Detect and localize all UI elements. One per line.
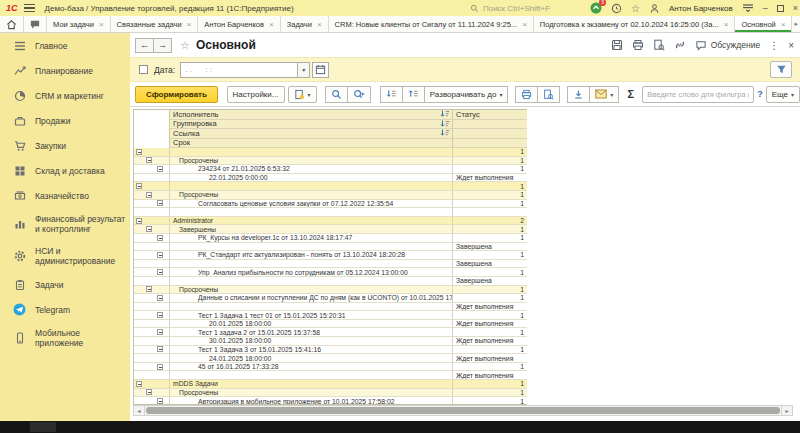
count-cell[interactable]: 1	[453, 363, 527, 372]
status-cell[interactable]: Ждет выполнения	[453, 337, 527, 346]
count-cell[interactable]: 1	[453, 286, 527, 295]
table-row[interactable]: Просрочены1	[134, 286, 527, 295]
help-button[interactable]: ?	[757, 89, 763, 99]
sidebar-item-main[interactable]: Главное	[0, 33, 130, 58]
tab-close-icon[interactable]: ×	[99, 20, 104, 29]
table-row[interactable]: Упр_Анализ прибыльности по сотрудникам о…	[134, 268, 527, 277]
count-cell[interactable]: 1	[453, 234, 527, 243]
tab-my-tasks[interactable]: Мои задачи×	[47, 16, 111, 32]
taskbar-app-icon[interactable]	[30, 422, 56, 432]
sort-icon[interactable]	[440, 110, 450, 118]
count-cell[interactable]: 1	[453, 346, 527, 355]
collapse-icon[interactable]	[136, 218, 142, 224]
row-text-cell[interactable]: 24.01.2025 18:00:00	[170, 354, 453, 363]
close-report-icon[interactable]: ×	[788, 40, 794, 51]
save-result-button[interactable]	[567, 86, 590, 103]
collapse-icon[interactable]	[157, 312, 163, 318]
row-text-cell[interactable]: Просрочены	[170, 389, 453, 398]
service-menu-icon[interactable]	[742, 3, 754, 13]
count-cell[interactable]: 1	[453, 294, 527, 303]
table-row[interactable]: РК_Курсы на developer.1с от 13.10.2024 1…	[134, 234, 527, 243]
restore-button[interactable]	[777, 5, 784, 12]
os-taskbar[interactable]	[0, 421, 800, 433]
table-row[interactable]: 20.01.2025 18:00:00Ждет выполнения	[134, 320, 527, 329]
collapse-icon[interactable]	[146, 157, 152, 163]
table-row[interactable]: 1	[134, 148, 527, 157]
row-text-cell[interactable]	[170, 148, 453, 157]
table-row[interactable]: Ждет выполнения	[134, 303, 527, 312]
row-text-cell[interactable]	[170, 277, 453, 286]
tab-close-icon[interactable]: ×	[317, 20, 322, 29]
collapse-icon[interactable]	[157, 166, 163, 172]
collapse-icon[interactable]	[157, 346, 163, 352]
count-cell[interactable]: 1	[453, 389, 527, 398]
collapse-icon[interactable]	[136, 381, 142, 387]
scroll-right-icon[interactable]: ▸	[781, 406, 792, 415]
link-icon[interactable]	[674, 39, 686, 51]
quick-filter-input[interactable]	[642, 86, 754, 103]
tab-tasks[interactable]: Задачи×	[281, 16, 329, 32]
status-cell[interactable]: Ждет выполнения	[453, 371, 527, 380]
tab-close-icon[interactable]: ×	[781, 20, 786, 29]
sidebar-item-planning[interactable]: Планирование	[0, 58, 130, 83]
column-header-grouping[interactable]: Группировка	[170, 120, 453, 130]
table-row[interactable]: Данные о списании и поступлении ДС по дн…	[134, 294, 527, 303]
table-row[interactable]: 24.01.2025 18:00:00Ждет выполнения	[134, 354, 527, 363]
scroll-left-icon[interactable]: ◂	[134, 406, 145, 415]
row-text-cell[interactable]: 22.01.2025 0:00:00	[170, 174, 453, 183]
row-text-cell[interactable]: РК_Курсы на developer.1с от 13.10.2024 1…	[170, 234, 453, 243]
scrollbar-thumb[interactable]	[146, 407, 780, 414]
count-cell[interactable]: 1	[453, 268, 527, 277]
row-text-cell[interactable]	[170, 371, 453, 380]
back-button[interactable]: ←	[135, 38, 154, 53]
report-grid[interactable]: Исполнитель Группировка Ссылка Срок Стат…	[133, 109, 527, 405]
tab-exam-preparation[interactable]: Подготовка к экзамену от 02.10.2024 16:2…	[534, 16, 736, 32]
tab-close-icon[interactable]: ×	[724, 20, 729, 29]
row-text-cell[interactable]	[170, 243, 453, 252]
status-cell[interactable]: Завершена	[453, 243, 527, 252]
collapse-icon[interactable]	[136, 183, 142, 189]
collapse-icon[interactable]	[157, 269, 163, 275]
user-icon[interactable]	[649, 3, 660, 14]
date-checkbox[interactable]	[139, 65, 148, 74]
date-dropdown-button[interactable]: ▾	[297, 62, 310, 78]
expand-to-button[interactable]: Разворачивать до▾	[424, 86, 509, 103]
row-text-cell[interactable]: Авторизация в мобильное приложение от 10…	[170, 397, 453, 405]
row-text-cell[interactable]: Тест 1 Задача 1 тест 01 от 15.01.2025 15…	[170, 311, 453, 320]
row-text-cell[interactable]: Просрочены	[170, 157, 453, 166]
row-text-cell[interactable]: 234234 от 21.01.2025 6:53:32	[170, 165, 453, 174]
print-icon[interactable]	[632, 39, 644, 51]
row-text-cell[interactable]: 30.01.2025 18:00:00	[170, 337, 453, 346]
home-button[interactable]	[0, 16, 24, 32]
table-row[interactable]: 234234 от 21.01.2025 6:53:321	[134, 165, 527, 174]
sidebar-item-finance[interactable]: Финансовый результат и контроллинг	[0, 208, 130, 240]
row-text-cell[interactable]: РК_Стандарт итс актуализирован - понять …	[170, 251, 453, 260]
main-menu-icon[interactable]	[24, 4, 35, 12]
row-text-cell[interactable]: Данные о списании и поступлении ДС по дн…	[170, 294, 453, 303]
column-header-deadline[interactable]: Срок	[170, 139, 453, 149]
collapse-groups-button[interactable]	[380, 86, 403, 103]
count-cell[interactable]: 1	[453, 157, 527, 166]
count-cell[interactable]: 1	[453, 328, 527, 337]
row-text-cell[interactable]	[170, 303, 453, 312]
column-header-status[interactable]: Статус	[453, 110, 527, 120]
find-button[interactable]	[325, 86, 348, 103]
autosum-button[interactable]: Σ	[625, 88, 638, 100]
expand-groups-button[interactable]	[402, 86, 425, 103]
row-text-cell[interactable]: 45 от 16.01.2025 17:33:28	[170, 363, 453, 372]
minimize-button[interactable]: –	[763, 4, 768, 13]
tab-close-icon[interactable]: ×	[269, 20, 274, 29]
row-text-cell[interactable]: Завершены	[170, 225, 453, 234]
row-text-cell[interactable]	[170, 260, 453, 269]
row-text-cell[interactable]: 20.01.2025 18:00:00	[170, 320, 453, 329]
table-row[interactable]: Тест 1 Задача 3 от 15.01.2025 15:41:161	[134, 346, 527, 355]
tab-close-icon[interactable]: ×	[522, 20, 527, 29]
table-row[interactable]: 22.01.2025 0:00:00Ждет выполнения	[134, 174, 527, 183]
table-row[interactable]: Завершена	[134, 277, 527, 286]
discussion-button[interactable]: Обсуждение	[695, 40, 761, 51]
date-input[interactable]	[180, 62, 298, 78]
favorite-star-icon[interactable]: ☆	[180, 39, 190, 52]
count-cell[interactable]: 1	[453, 165, 527, 174]
table-row[interactable]: Просрочены1	[134, 191, 527, 200]
table-row[interactable]: 30.01.2025 18:00:00Ждет выполнения	[134, 337, 527, 346]
